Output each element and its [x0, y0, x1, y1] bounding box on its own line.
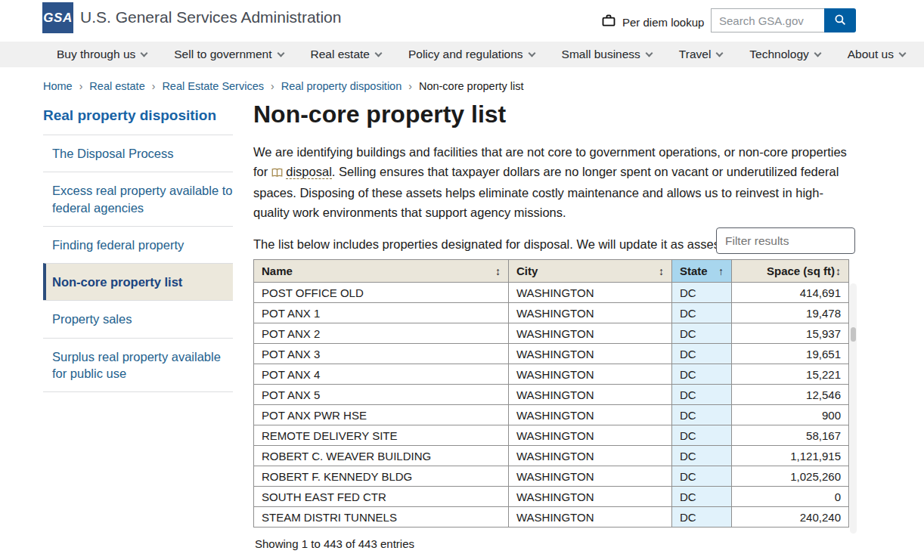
nav-item-technology[interactable]: Technology	[749, 48, 820, 61]
cell-city: WASHINGTON	[509, 487, 672, 507]
sidebar-item-surplus-real-property[interactable]: Surplus real property available for publ…	[43, 338, 233, 392]
cell-space: 1,121,915	[732, 446, 849, 466]
cell-name: REMOTE DELIVERY SITE	[254, 425, 509, 446]
cell-state: DC	[672, 283, 732, 303]
column-header-city[interactable]: City ↕	[509, 260, 672, 283]
cell-city: WASHINGTON	[509, 303, 672, 323]
table-row: REMOTE DELIVERY SITE WASHINGTON DC 58,16…	[254, 425, 849, 446]
breadcrumb-real-estate[interactable]: Real estate	[89, 80, 144, 92]
cell-state: DC	[672, 425, 732, 446]
sort-both-icon[interactable]: ↕	[836, 265, 841, 277]
sidebar-item-property-sales[interactable]: Property sales	[43, 300, 233, 337]
per-diem-label: Per diem lookup	[622, 16, 704, 29]
site-search	[711, 8, 856, 32]
nav-item-travel[interactable]: Travel	[679, 48, 723, 61]
table-header-row: Name ↕ City ↕ State ↑ Space (sq ft) ↕	[254, 260, 849, 283]
gsa-logo[interactable]: GSA	[42, 2, 73, 33]
cell-name: POT ANX 5	[254, 385, 509, 405]
breadcrumb-current: Non-core property list	[419, 80, 524, 92]
page: GSA U.S. General Services Administration…	[0, 0, 924, 560]
cell-name: POT ANX PWR HSE	[254, 405, 509, 425]
table-header: Name ↕ City ↕ State ↑ Space (sq ft) ↕	[254, 260, 849, 283]
breadcrumb-real-property-disposition[interactable]: Real property disposition	[281, 80, 402, 92]
table-body: POST OFFICE OLD WASHINGTON DC 414,691 PO…	[254, 283, 849, 528]
page-title: Non-core property list	[253, 101, 855, 128]
cell-name: POT ANX 2	[254, 323, 509, 344]
breadcrumb-home[interactable]: Home	[43, 80, 73, 92]
chevron-down-icon	[141, 50, 148, 57]
breadcrumb-real-estate-services[interactable]: Real Estate Services	[162, 80, 264, 92]
cell-name: POT ANX 1	[254, 303, 509, 323]
sidebar-item-excess-real-property[interactable]: Excess real property available to federa…	[43, 172, 233, 226]
nav-item-policy-and-regulations[interactable]: Policy and regulations	[408, 48, 535, 61]
breadcrumb-separator: ›	[271, 80, 274, 92]
sidebar-item-finding-federal-property[interactable]: Finding federal property	[43, 226, 233, 263]
cell-state: DC	[672, 364, 732, 385]
cell-space: 414,691	[732, 283, 849, 303]
column-header-space[interactable]: Space (sq ft) ↕	[732, 260, 849, 283]
cell-state: DC	[672, 323, 732, 344]
sidebar-item-non-core-property-list[interactable]: Non-core property list	[43, 263, 233, 300]
cell-city: WASHINGTON	[509, 323, 672, 344]
cell-name: POT ANX 4	[254, 364, 509, 385]
table-row: POT ANX 5 WASHINGTON DC 12,546	[254, 385, 849, 405]
scrollbar-thumb[interactable]	[851, 327, 856, 342]
cell-city: WASHINGTON	[509, 507, 672, 528]
breadcrumb-separator: ›	[408, 80, 412, 92]
chevron-down-icon	[899, 50, 907, 57]
sort-both-icon[interactable]: ↕	[659, 265, 664, 277]
table-row: POST OFFICE OLD WASHINGTON DC 414,691	[254, 283, 849, 303]
sort-both-icon[interactable]: ↕	[495, 265, 501, 277]
cell-name: POT ANX 3	[254, 344, 509, 364]
chevron-down-icon	[645, 50, 653, 57]
cell-space: 0	[732, 487, 849, 507]
column-header-state[interactable]: State ↑	[672, 260, 732, 283]
property-table: Name ↕ City ↕ State ↑ Space (sq ft) ↕	[253, 259, 849, 528]
cell-state: DC	[672, 487, 732, 507]
nav-item-sell-to-government[interactable]: Sell to government	[174, 48, 283, 61]
search-input[interactable]	[711, 8, 824, 32]
nav-item-real-estate[interactable]: Real estate	[311, 48, 381, 61]
per-diem-lookup-link[interactable]: Per diem lookup	[601, 13, 704, 31]
cell-space: 19,651	[732, 344, 849, 364]
site-header: GSA U.S. General Services Administration…	[0, 0, 924, 42]
cell-name: ROBERT C. WEAVER BUILDING	[254, 446, 509, 466]
chevron-down-icon	[374, 50, 382, 57]
chevron-down-icon	[277, 50, 284, 57]
table-scrollbar[interactable]	[850, 283, 857, 534]
cell-city: WASHINGTON	[509, 283, 672, 303]
breadcrumb: Home › Real estate › Real Estate Service…	[43, 80, 524, 92]
sidebar-title: Real property disposition	[43, 107, 233, 135]
breadcrumb-separator: ›	[152, 80, 156, 92]
gsa-logo-text: GSA	[43, 11, 72, 26]
intro-after-term: . Selling ensures that taxpayer dollars …	[253, 165, 839, 219]
filter-results-input[interactable]	[716, 227, 855, 254]
chevron-down-icon	[814, 50, 821, 57]
primary-nav: Buy through us Sell to government Real e…	[0, 42, 924, 67]
search-button[interactable]	[824, 8, 856, 32]
cell-name: STEAM DISTRI TUNNELS	[254, 507, 509, 528]
cell-city: WASHINGTON	[509, 466, 672, 487]
column-header-name[interactable]: Name ↕	[254, 260, 509, 283]
cell-state: DC	[672, 446, 732, 466]
cell-space: 240,240	[732, 507, 849, 528]
nav-item-small-business[interactable]: Small business	[562, 48, 652, 61]
cell-state: DC	[672, 303, 732, 323]
nav-item-about-us[interactable]: About us	[848, 48, 905, 61]
filter-container	[716, 227, 855, 254]
chevron-down-icon	[716, 50, 724, 57]
cell-name: ROBERT F. KENNEDY BLDG	[254, 466, 509, 487]
cell-space: 15,937	[732, 323, 849, 344]
table-row: ROBERT F. KENNEDY BLDG WASHINGTON DC 1,0…	[254, 466, 849, 487]
cell-city: WASHINGTON	[509, 385, 672, 405]
cell-city: WASHINGTON	[509, 344, 672, 364]
table-row: ROBERT C. WEAVER BUILDING WASHINGTON DC …	[254, 446, 849, 466]
sort-up-icon[interactable]: ↑	[718, 265, 724, 277]
nav-item-buy-through-us[interactable]: Buy through us	[57, 48, 147, 61]
glossary-term-disposal[interactable]: disposal	[286, 165, 332, 179]
table-row: POT ANX 3 WASHINGTON DC 19,651	[254, 344, 849, 364]
breadcrumb-separator: ›	[79, 80, 83, 92]
sidebar-item-disposal-process[interactable]: The Disposal Process	[43, 135, 233, 172]
table-row: STEAM DISTRI TUNNELS WASHINGTON DC 240,2…	[254, 507, 849, 528]
entries-summary: Showing 1 to 443 of 443 entries	[255, 537, 414, 550]
